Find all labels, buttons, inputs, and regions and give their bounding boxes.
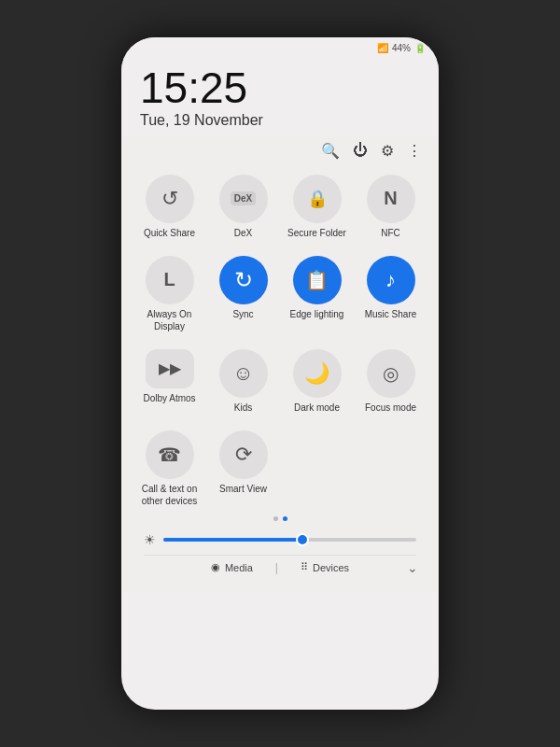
page-dots: [131, 513, 429, 525]
brightness-icon: ☀: [144, 532, 156, 547]
dolby-atmos-label: Dolby Atmos: [143, 392, 195, 404]
status-bar: 📶 44% 🔋: [121, 37, 439, 55]
brightness-bar-section: ☀: [131, 525, 429, 553]
media-label: Media: [225, 562, 253, 573]
kids-label: Kids: [234, 402, 252, 414]
sync-icon: ↻: [234, 267, 253, 293]
search-icon[interactable]: 🔍: [321, 142, 340, 160]
call-text-label: Call & text on other devices: [136, 483, 203, 507]
smart-view-icon-wrap: ⟳: [219, 430, 268, 479]
tile-sync[interactable]: ↻ Sync: [208, 248, 278, 338]
tile-smart-view[interactable]: ⟳ Smart View: [208, 423, 278, 513]
tile-dex[interactable]: DeX DeX: [208, 167, 278, 245]
secure-folder-icon-wrap: 🔒: [293, 175, 342, 223]
nfc-icon: N: [384, 188, 397, 209]
page-dot-2: [283, 516, 287, 521]
media-button[interactable]: ◉ Media: [211, 561, 253, 573]
chevron-down-icon[interactable]: ⌄: [407, 560, 418, 575]
focus-mode-icon-wrap: ◎: [367, 349, 415, 398]
signal-icon: 📶: [377, 43, 388, 53]
edge-lighting-icon: 📋: [305, 269, 329, 291]
tile-quick-share[interactable]: ↺ Quick Share: [134, 167, 204, 245]
quick-share-icon-wrap: ↺: [146, 175, 194, 223]
sync-label: Sync: [232, 308, 253, 320]
nfc-label: NFC: [381, 227, 400, 239]
tile-edge-lighting[interactable]: 📋 Edge lighting: [282, 248, 352, 338]
settings-icon[interactable]: ⚙: [381, 142, 394, 160]
media-icon: ◉: [211, 561, 220, 573]
page-dot-1: [273, 516, 278, 521]
kids-icon-wrap: ☺: [219, 349, 268, 398]
tiles-grid: ↺ Quick Share DeX DeX 🔒 Secure Folder N: [131, 167, 429, 513]
secure-folder-label: Secure Folder: [287, 227, 346, 239]
sync-icon-wrap: ↻: [219, 256, 268, 304]
music-share-icon: ♪: [385, 268, 396, 292]
quick-panel: 🔍 ⏻ ⚙ ⋮ ↺ Quick Share DeX DeX: [121, 136, 439, 593]
smart-view-label: Smart View: [219, 483, 267, 495]
tile-dark-mode[interactable]: 🌙 Dark mode: [282, 342, 352, 419]
devices-label: Devices: [313, 562, 349, 573]
tile-music-share[interactable]: ♪ Music Share: [356, 248, 426, 338]
dark-mode-label: Dark mode: [294, 402, 340, 414]
phone-frame: 📶 44% 🔋 15:25 Tue, 19 November 🔍 ⏻ ⚙ ⋮ ↺…: [121, 37, 439, 710]
battery-text: 44%: [392, 43, 411, 53]
music-share-icon-wrap: ♪: [367, 256, 415, 304]
dex-icon: DeX: [231, 191, 256, 205]
power-icon[interactable]: ⏻: [353, 142, 368, 159]
nfc-icon-wrap: N: [367, 175, 415, 223]
kids-icon: ☺: [232, 361, 253, 386]
always-on-display-icon-wrap: L: [146, 256, 194, 304]
dark-mode-icon-wrap: 🌙: [293, 349, 342, 398]
quick-share-icon: ↺: [161, 187, 178, 211]
edge-lighting-label: Edge lighting: [290, 308, 344, 320]
brightness-track[interactable]: [163, 538, 416, 542]
bottom-nav-area: ◉ Media | ⠿ Devices ⌄: [131, 553, 429, 584]
music-share-label: Music Share: [365, 308, 417, 320]
secure-folder-icon: 🔒: [307, 189, 328, 209]
panel-toolbar: 🔍 ⏻ ⚙ ⋮: [131, 136, 429, 167]
devices-icon: ⠿: [301, 561, 308, 573]
tile-call-text[interactable]: ☎ Call & text on other devices: [134, 423, 204, 513]
always-on-display-icon: L: [163, 269, 175, 290]
status-icons: 📶 44% 🔋: [377, 43, 426, 53]
dark-mode-icon: 🌙: [304, 361, 329, 386]
bar-divider: |: [275, 561, 278, 574]
tile-nfc[interactable]: N NFC: [356, 167, 426, 245]
tile-focus-mode[interactable]: ◎ Focus mode: [356, 342, 426, 419]
always-on-display-label: Always On Display: [136, 308, 203, 332]
battery-icon: 🔋: [414, 43, 426, 53]
edge-lighting-icon-wrap: 📋: [293, 256, 342, 304]
devices-button[interactable]: ⠿ Devices: [301, 561, 349, 573]
clock-date: Tue, 19 November: [140, 112, 420, 129]
call-text-icon-wrap: ☎: [146, 430, 194, 479]
quick-share-label: Quick Share: [144, 227, 195, 239]
tile-kids[interactable]: ☺ Kids: [208, 342, 278, 419]
tile-secure-folder[interactable]: 🔒 Secure Folder: [282, 167, 352, 245]
dolby-atmos-icon-wrap: ▶▶: [146, 349, 194, 388]
smart-view-icon: ⟳: [235, 443, 252, 467]
focus-mode-label: Focus mode: [365, 402, 416, 414]
dex-icon-wrap: DeX: [219, 175, 268, 223]
dolby-atmos-icon: ▶▶: [159, 359, 181, 377]
tile-always-on-display[interactable]: L Always On Display: [134, 248, 204, 338]
dex-label: DeX: [234, 227, 252, 239]
brightness-fill: [163, 538, 302, 542]
focus-mode-icon: ◎: [383, 362, 399, 385]
clock-time: 15:25: [140, 64, 420, 112]
more-icon[interactable]: ⋮: [407, 142, 422, 160]
brightness-thumb: [296, 533, 309, 546]
call-text-icon: ☎: [158, 444, 181, 466]
bottom-bar: ◉ Media | ⠿ Devices: [144, 555, 416, 582]
tile-dolby-atmos[interactable]: ▶▶ Dolby Atmos: [134, 342, 204, 419]
clock-section: 15:25 Tue, 19 November: [121, 55, 439, 136]
